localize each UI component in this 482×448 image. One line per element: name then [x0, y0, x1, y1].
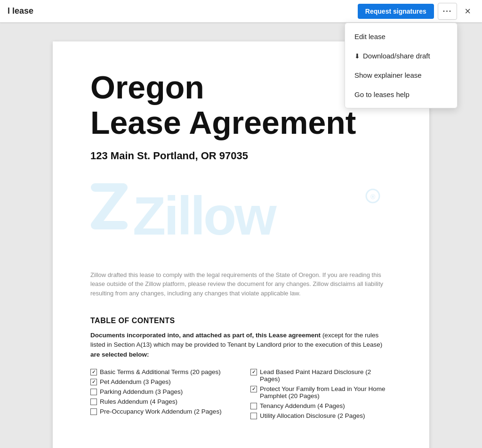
toc-desc-bold2: are selected below:: [90, 351, 149, 358]
toc-checkbox-basic-terms[interactable]: [90, 369, 97, 375]
toc-desc-bold1: Documents incorporated into, and attache…: [90, 332, 321, 339]
dropdown-item-leases-help[interactable]: Go to leases help: [345, 85, 457, 104]
document-disclaimer: Zillow drafted this lease to comply with…: [90, 270, 392, 298]
toc-item-protect-family: Protect Your Family from Lead in Your Ho…: [250, 384, 392, 401]
toc-checkbox-tenancy-addendum[interactable]: [250, 403, 257, 409]
toc-header: TABLE OF CONTENTS: [90, 317, 392, 325]
close-button[interactable]: ×: [461, 3, 474, 19]
app-header: l lease Request signatures ··· ×: [0, 0, 482, 23]
more-options-button[interactable]: ···: [438, 3, 457, 20]
toc-item-tenancy-addendum: Tenancy Addendum (4 Pages): [250, 401, 392, 411]
toc-item-basic-terms: Basic Terms & Additional Terms (20 pages…: [90, 367, 232, 377]
toc-label-tenancy-addendum: Tenancy Addendum (4 Pages): [260, 402, 345, 409]
toc-label-parking-addendum: Parking Addendum (3 Pages): [100, 388, 183, 395]
toc-label-pet-addendum: Pet Addendum (3 Pages): [100, 378, 171, 385]
zillow-watermark: Zillow ®: [81, 183, 392, 253]
toc-label-protect-family: Protect Your Family from Lead in Your Ho…: [260, 385, 392, 399]
toc-item-pet-addendum: Pet Addendum (3 Pages): [90, 377, 232, 387]
toc-section: TABLE OF CONTENTS Documents incorporated…: [90, 317, 392, 421]
document-address: 123 Main St. Portland, OR 97035: [90, 150, 392, 162]
toc-checkbox-protect-family[interactable]: [250, 386, 257, 392]
show-explainer-label: Show explainer lease: [354, 71, 422, 79]
svg-text:®: ®: [370, 193, 376, 201]
toc-checkbox-rules-addendum[interactable]: [90, 399, 97, 405]
toc-item-parking-addendum: Parking Addendum (3 Pages): [90, 387, 232, 397]
toc-label-rules-addendum: Rules Addendum (4 Pages): [100, 398, 177, 405]
header-actions: Request signatures ··· ×: [358, 3, 474, 20]
toc-left-column: Basic Terms & Additional Terms (20 pages…: [90, 367, 232, 421]
toc-checkbox-utility-allocation[interactable]: [250, 413, 257, 419]
title-line2: Lease Agreement: [90, 105, 392, 140]
toc-description: Documents incorporated into, and attache…: [90, 331, 392, 359]
toc-label-basic-terms: Basic Terms & Additional Terms (20 pages…: [100, 368, 221, 375]
toc-columns: Basic Terms & Additional Terms (20 pages…: [90, 367, 392, 421]
download-icon: ⬇: [354, 52, 360, 60]
toc-item-rules-addendum: Rules Addendum (4 Pages): [90, 397, 232, 407]
toc-label-lead-paint: Lead Based Paint Hazard Disclosure (2 Pa…: [260, 368, 392, 383]
toc-item-pre-occupancy: Pre-Occupancy Work Addendum (2 Pages): [90, 407, 232, 416]
toc-checkbox-parking-addendum[interactable]: [90, 389, 97, 395]
toc-item-lead-paint: Lead Based Paint Hazard Disclosure (2 Pa…: [250, 367, 392, 384]
toc-item-utility-allocation: Utility Allocation Disclosure (2 Pages): [250, 411, 392, 421]
dropdown-menu: Edit lease ⬇ Download/share draft Show e…: [345, 23, 458, 108]
edit-lease-label: Edit lease: [354, 33, 386, 41]
request-signatures-button[interactable]: Request signatures: [358, 4, 434, 19]
toc-checkbox-pre-occupancy[interactable]: [90, 408, 97, 415]
toc-right-column: Lead Based Paint Hazard Disclosure (2 Pa…: [250, 367, 392, 421]
dropdown-item-download-share[interactable]: ⬇ Download/share draft: [345, 46, 457, 65]
dropdown-item-edit-lease[interactable]: Edit lease: [345, 27, 457, 46]
toc-label-utility-allocation: Utility Allocation Disclosure (2 Pages): [260, 412, 365, 419]
svg-text:Zillow: Zillow: [133, 186, 277, 246]
toc-checkbox-pet-addendum[interactable]: [90, 379, 97, 385]
dropdown-item-show-explainer[interactable]: Show explainer lease: [345, 65, 457, 85]
leases-help-label: Go to leases help: [354, 90, 410, 98]
page-title: l lease: [8, 6, 33, 16]
toc-checkbox-lead-paint[interactable]: [250, 369, 257, 375]
download-share-label: Download/share draft: [363, 52, 430, 60]
toc-label-pre-occupancy: Pre-Occupancy Work Addendum (2 Pages): [100, 408, 222, 415]
